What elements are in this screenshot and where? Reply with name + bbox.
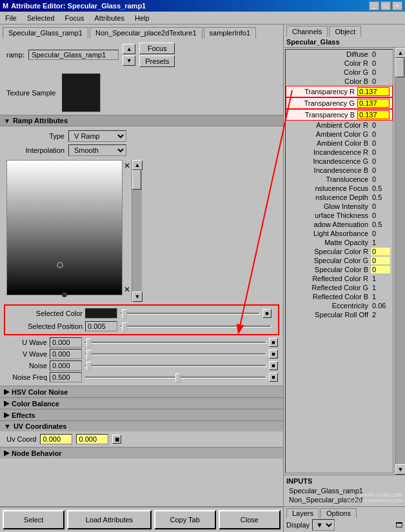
inputs-title: INPUTS <box>286 477 402 485</box>
attr-item-name: Ambient Color R <box>288 121 371 129</box>
noisefreq-input[interactable] <box>50 372 82 382</box>
uwave-end-btn[interactable]: ■ <box>269 338 278 347</box>
gradient-close-top[interactable]: ✕ <box>124 161 130 170</box>
menu-focus[interactable]: Focus <box>63 14 87 23</box>
right-bottom-tab-layers[interactable]: Layers <box>286 508 319 518</box>
attr-item-name: Transparency G <box>289 99 357 107</box>
right-tab-channels[interactable]: Channels <box>286 26 328 37</box>
attr-item-value: 0 <box>371 166 390 174</box>
focus-button[interactable]: Focus <box>139 43 175 54</box>
uv-content: Uv Coord ◼ <box>0 431 283 447</box>
attr-item-value: 0.06 <box>371 302 390 310</box>
nodebehavior-section-header[interactable]: ▶ Node Behavior <box>0 447 283 458</box>
display-row: Display ▼ 🗖 <box>284 518 405 532</box>
vwave-slider-track[interactable] <box>84 353 266 355</box>
vwave-slider-thumb[interactable] <box>86 350 92 359</box>
vwave-input[interactable] <box>50 349 82 359</box>
inputs-item-1: Specular_Glass_ramp1 <box>286 486 402 495</box>
noisefreq-slider-track[interactable] <box>84 376 266 379</box>
tab-ramp1[interactable]: Specular_Glass_ramp1 <box>3 27 88 39</box>
menu-file[interactable]: File <box>3 14 19 23</box>
noise-row: Noise ■ <box>0 360 283 371</box>
position-slider-track[interactable] <box>120 325 272 328</box>
hsv-arrow: ▶ <box>4 388 9 396</box>
close-button[interactable]: × <box>392 1 402 10</box>
uwave-slider-container <box>84 341 266 344</box>
uwave-slider-thumb[interactable] <box>86 339 92 348</box>
noisefreq-slider-thumb[interactable] <box>175 373 181 382</box>
scroll-thumb[interactable] <box>132 170 141 190</box>
attr-item-value: 0 <box>371 157 390 165</box>
menu-help[interactable]: Help <box>132 14 152 23</box>
scroll-down-btn[interactable]: ▼ <box>132 291 143 302</box>
copy-tab-button[interactable]: Copy Tab <box>154 510 216 529</box>
right-bottom-tab-options[interactable]: Options <box>321 508 357 518</box>
attr-list-item: Light Absorbance0 <box>286 229 393 238</box>
texture-area: Texture Sample <box>0 71 283 115</box>
right-scroll-down[interactable]: ▼ <box>395 464 405 475</box>
attr-item-value: 0.137 <box>357 110 390 119</box>
attr-item-value: 0 <box>371 202 390 210</box>
attr-list-item: Specular Color G0 <box>286 256 393 265</box>
hsv-section-header[interactable]: ▶ HSV Color Noise <box>0 386 283 397</box>
uv-header[interactable]: ▼ UV Coordinates <box>0 421 283 431</box>
attr-list-item: Glow Intensity0 <box>286 202 393 211</box>
attr-list-item: Incandescence G0 <box>286 157 393 166</box>
attr-item-name: Color R <box>288 59 371 67</box>
right-scroll-up[interactable]: ▲ <box>395 48 405 58</box>
scroll-up-btn[interactable]: ▲ <box>132 160 143 170</box>
select-button[interactable]: Select <box>3 510 64 529</box>
menu-selected[interactable]: Selected <box>25 14 57 23</box>
uwave-input[interactable] <box>50 337 82 348</box>
close-button-bottom[interactable]: Close <box>219 510 281 529</box>
type-select[interactable]: V Ramp <box>68 130 126 142</box>
uv-label: UV Coordinates <box>14 422 67 430</box>
ramp-arrow-down[interactable]: ▼ <box>123 55 135 66</box>
noise-slider-track[interactable] <box>84 364 266 367</box>
color-slider-track[interactable] <box>120 312 260 315</box>
noise-slider-container <box>84 364 266 367</box>
attr-item-value: 0 <box>371 266 390 273</box>
ramp-name-input[interactable] <box>28 50 119 60</box>
presets-button[interactable]: Presets <box>139 55 175 67</box>
load-attributes-button[interactable]: Load Attributes <box>67 510 151 529</box>
ramp-attributes-header[interactable]: ▼ Ramp Attributes <box>0 115 283 126</box>
noise-end-btn[interactable]: ■ <box>269 361 278 370</box>
position-slider-thumb[interactable] <box>122 322 127 331</box>
tab-sampler[interactable]: samplerInfo1 <box>204 27 257 39</box>
maximize-button[interactable]: □ <box>380 1 391 10</box>
right-panel-icon: 🗖 <box>395 521 402 529</box>
noise-input[interactable] <box>50 360 82 371</box>
attr-list-item: Diffuse0 <box>286 50 393 59</box>
uwave-slider-track[interactable] <box>84 341 266 344</box>
color-slider-end-btn[interactable]: ■ <box>262 309 272 318</box>
attr-item-value: 0 <box>371 59 390 67</box>
app-icon: M <box>3 2 8 10</box>
right-scroll-thumb[interactable] <box>395 58 404 77</box>
vwave-end-btn[interactable]: ■ <box>269 350 278 359</box>
menu-bar: File Selected Focus Attributes Help <box>0 12 405 25</box>
minimize-button[interactable]: _ <box>369 1 379 10</box>
interpolation-select[interactable]: Smooth <box>68 144 126 156</box>
colorbalance-section-header[interactable]: ▶ Color Balance <box>0 397 283 409</box>
right-tab-object[interactable]: Object <box>329 26 361 37</box>
ramp-arrow-up[interactable]: ▲ <box>123 44 135 54</box>
type-row: Type V Ramp <box>0 129 283 143</box>
menu-attributes[interactable]: Attributes <box>92 14 127 23</box>
tab-texture[interactable]: Non_Specular_place2dTexture1 <box>90 27 202 39</box>
effects-section-header[interactable]: ▶ Effects <box>0 409 283 420</box>
display-select[interactable]: ▼ <box>312 519 335 531</box>
noisefreq-end-btn[interactable]: ■ <box>269 373 278 382</box>
color-slider-thumb[interactable] <box>122 310 127 319</box>
uv-coord-input2[interactable] <box>76 434 108 444</box>
gradient-close-bottom[interactable]: ✕ <box>124 285 130 294</box>
noise-slider-thumb[interactable] <box>86 362 92 371</box>
uv-end-btn[interactable]: ◼ <box>112 435 121 444</box>
tabs-row: Specular_Glass_ramp1 Non_Specular_place2… <box>0 25 283 39</box>
right-panel: Channels Object Specular_Glass Diffuse0C… <box>284 25 405 532</box>
selected-position-input[interactable] <box>85 321 117 331</box>
attr-item-value: 0 <box>371 77 390 85</box>
uv-coord-input1[interactable] <box>40 434 72 444</box>
hsv-label: HSV Color Noise <box>12 388 68 396</box>
attr-item-value: 0.5 <box>371 193 390 201</box>
